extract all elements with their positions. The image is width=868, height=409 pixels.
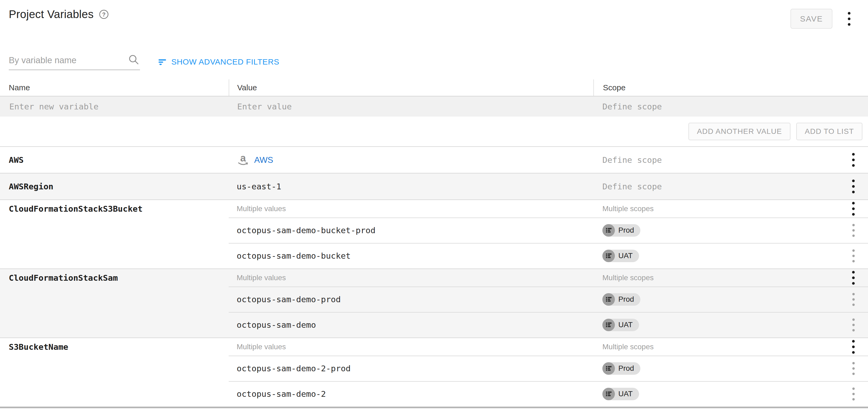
variable-name: CloudFormationStackSam [9, 273, 118, 283]
multiple-scopes-label: Multiple scopes [602, 343, 654, 351]
row-overflow-menu-icon[interactable] [850, 222, 857, 239]
variable-name: AWS [9, 155, 24, 165]
environment-scope-chip[interactable]: Prod [602, 224, 640, 237]
show-advanced-filters-label: SHOW ADVANCED FILTERS [171, 57, 279, 66]
page-overflow-menu-icon[interactable] [845, 10, 853, 27]
row-overflow-menu-icon[interactable] [850, 317, 857, 333]
row-overflow-menu-icon[interactable] [850, 291, 857, 308]
variable-value-row: octopus-sam-demo-bucket-prod Prod [0, 218, 868, 243]
variable-value: octopus-sam-demo [237, 320, 316, 329]
variable-value: octopus-sam-demo-2-prod [237, 364, 350, 373]
variable-name: AWSRegion [9, 182, 53, 191]
environment-scope-chip[interactable]: UAT [602, 250, 639, 262]
row-overflow-menu-icon[interactable] [849, 269, 857, 286]
variable-row: AWSRegion us-east-1 Define scope [0, 174, 868, 199]
variable-name: S3BucketName [9, 342, 68, 352]
project-variables-page: Project Variables ? SAVE [0, 0, 868, 409]
environment-chip-label: UAT [618, 320, 633, 329]
search-input[interactable] [9, 54, 140, 70]
filter-bar: SHOW ADVANCED FILTERS [0, 51, 868, 72]
variable-value-row: octopus-sam-demo UAT [0, 312, 868, 338]
multiple-values-label: Multiple values [237, 204, 286, 213]
title-wrap: Project Variables ? [9, 8, 109, 21]
variable-value-cell[interactable]: Multiple values [229, 343, 593, 351]
environment-icon [602, 388, 615, 400]
environment-scope-chip[interactable]: Prod [602, 362, 640, 375]
variable-value: us-east-1 [237, 182, 281, 191]
save-button[interactable]: SAVE [790, 9, 832, 29]
variable-group: AWS a AWS Define scope [0, 146, 868, 173]
multiple-values-label: Multiple values [237, 343, 286, 351]
variable-value-row: octopus-sam-demo-bucket UAT [0, 243, 868, 269]
environment-scope-chip[interactable]: Prod [602, 293, 640, 306]
row-overflow-menu-icon[interactable] [849, 151, 857, 168]
variable-value: octopus-sam-demo-prod [237, 294, 341, 304]
variable-value-cell[interactable]: us-east-1 [229, 182, 593, 191]
column-header-scope: Scope [593, 80, 868, 96]
svg-text:a: a [240, 153, 246, 164]
variables-table: Name Value Scope Define scope ADD ANOTHE… [0, 80, 868, 408]
variable-name-cell[interactable]: S3BucketName [0, 342, 229, 352]
environment-chip-label: UAT [618, 389, 633, 398]
row-overflow-menu-icon[interactable] [849, 200, 857, 217]
variable-value-cell[interactable]: octopus-sam-demo-prod [229, 294, 593, 304]
multiple-scopes-label: Multiple scopes [602, 274, 654, 282]
account-link[interactable]: AWS [254, 155, 273, 165]
variable-value-cell[interactable]: Multiple values [229, 274, 593, 282]
new-variable-scope-field[interactable]: Define scope [602, 102, 662, 111]
multi-variable-header-row: S3BucketName Multiple values Multiple sc… [0, 338, 868, 356]
filter-icon [157, 57, 167, 67]
variable-group: AWSRegion us-east-1 Define scope [0, 173, 868, 199]
row-overflow-menu-icon[interactable] [850, 386, 857, 402]
variable-value: octopus-sam-demo-bucket-prod [237, 225, 376, 235]
new-variable-value-input[interactable] [237, 101, 577, 112]
add-to-list-button[interactable]: ADD TO LIST [796, 123, 862, 140]
show-advanced-filters-toggle[interactable]: SHOW ADVANCED FILTERS [157, 57, 279, 67]
row-overflow-menu-icon[interactable] [849, 338, 857, 355]
variable-rows: AWS a AWS Define scope [0, 146, 868, 408]
environment-icon [602, 362, 615, 375]
multi-variable-header-row: CloudFormationStackSam Multiple values M… [0, 269, 868, 287]
new-variable-actions-row: ADD ANOTHER VALUE ADD TO LIST [0, 117, 868, 146]
search-box [9, 54, 140, 70]
row-overflow-menu-icon[interactable] [850, 248, 857, 264]
variable-value-cell[interactable]: Multiple values [229, 204, 593, 213]
column-header-name: Name [0, 80, 229, 96]
environment-chip-label: UAT [618, 252, 633, 260]
environment-chip-label: Prod [618, 364, 634, 373]
add-another-value-button[interactable]: ADD ANOTHER VALUE [688, 123, 790, 140]
environment-chip-label: Prod [618, 226, 634, 234]
variable-name-cell[interactable]: AWSRegion [0, 182, 229, 191]
variable-name-cell[interactable]: CloudFormationStackS3Bucket [0, 204, 229, 214]
column-header-value: Value [229, 80, 593, 96]
variable-name: CloudFormationStackS3Bucket [9, 204, 143, 214]
new-variable-name-input[interactable] [9, 101, 219, 112]
variable-value-cell[interactable]: octopus-sam-demo-bucket [229, 251, 593, 260]
variable-value-cell[interactable]: octopus-sam-demo [229, 320, 593, 329]
environment-chip-label: Prod [618, 295, 634, 304]
variable-value-cell[interactable]: octopus-sam-demo-2 [229, 389, 593, 399]
environment-scope-chip[interactable]: UAT [602, 319, 639, 331]
row-overflow-menu-icon[interactable] [850, 360, 857, 377]
row-overflow-menu-icon[interactable] [849, 178, 857, 195]
variable-name-cell[interactable]: CloudFormationStackSam [0, 273, 229, 283]
variable-scope-field[interactable]: Define scope [602, 155, 662, 165]
variable-scope-field[interactable]: Define scope [602, 182, 662, 191]
variable-value-cell[interactable]: a AWS [229, 153, 593, 167]
environment-icon [602, 319, 615, 331]
help-icon[interactable]: ? [99, 9, 109, 21]
environment-icon [602, 250, 615, 262]
table-header-row: Name Value Scope [0, 80, 868, 96]
aws-account-value[interactable]: a AWS [237, 153, 273, 167]
page-title: Project Variables [9, 8, 93, 21]
environment-scope-chip[interactable]: UAT [602, 388, 639, 400]
variable-group: S3BucketName Multiple values Multiple sc… [0, 338, 868, 407]
environment-icon [602, 293, 615, 306]
variable-value-cell[interactable]: octopus-sam-demo-bucket-prod [229, 225, 593, 235]
variable-name-cell[interactable]: AWS [0, 155, 229, 165]
variable-value-row: octopus-sam-demo-prod Prod [0, 287, 868, 312]
new-variable-row: Define scope [0, 96, 868, 117]
svg-text:?: ? [102, 11, 106, 18]
multiple-values-label: Multiple values [237, 274, 286, 282]
variable-value-cell[interactable]: octopus-sam-demo-2-prod [229, 364, 593, 373]
